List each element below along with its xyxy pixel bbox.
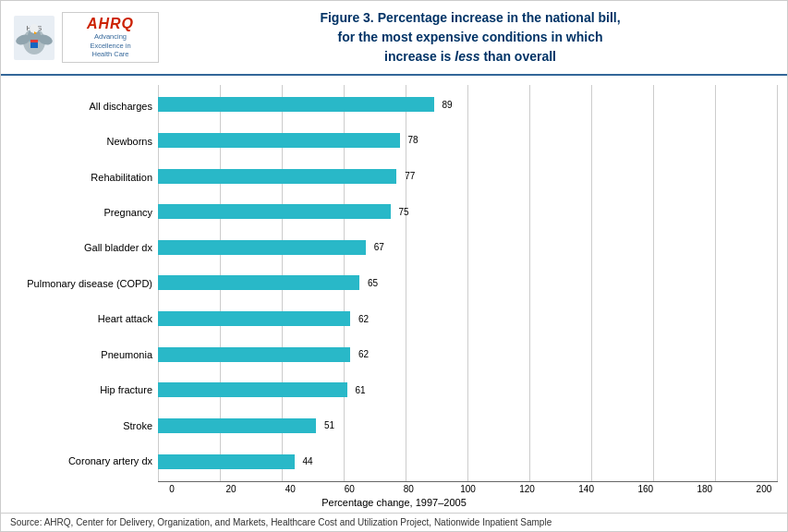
bar-row: 62 <box>158 309 778 328</box>
bar-row: 61 <box>158 381 778 399</box>
bar: 44 <box>158 454 295 469</box>
bar-value-label: 65 <box>368 278 378 288</box>
y-label: Gall bladder dx <box>84 238 152 259</box>
bar: 62 <box>158 347 350 362</box>
y-label: Pregnancy <box>103 203 152 224</box>
page-container: HHS AHRQ <box>0 0 788 532</box>
x-tick-label: 120 <box>514 484 541 494</box>
chart-inner: All dischargesNewbornsRehabilitationPreg… <box>10 85 778 481</box>
ahrq-title-text: AHRQ <box>87 16 134 32</box>
hhs-logo: HHS <box>12 14 56 62</box>
bar-value-label: 78 <box>408 135 418 145</box>
bar-row: 75 <box>158 202 778 221</box>
source-line: Source: AHRQ, Center for Delivery, Organ… <box>1 513 787 531</box>
ahrq-subtitle: Advancing Excellence in Health Care <box>90 32 130 59</box>
y-label: Stroke <box>123 416 152 436</box>
y-label: Heart attack <box>98 309 152 330</box>
x-tick-label: 180 <box>691 484 719 494</box>
x-ticks: 020406080100120140160180200 <box>158 481 778 494</box>
x-tick-label: 0 <box>158 484 186 494</box>
bar-rows: 8978777567656262615144 <box>158 85 778 481</box>
bar: 77 <box>158 169 396 184</box>
y-label: All discharges <box>90 96 152 116</box>
x-axis: 020406080100120140160180200 <box>158 481 778 494</box>
bar-row: 62 <box>158 345 778 364</box>
y-label: Coronary artery dx <box>68 452 152 472</box>
bar-row: 67 <box>158 238 778 257</box>
bar-row: 89 <box>158 95 778 114</box>
hhs-eagle-icon: HHS <box>14 16 55 60</box>
bar-value-label: 67 <box>374 242 384 252</box>
y-labels: All dischargesNewbornsRehabilitationPreg… <box>10 85 158 481</box>
x-tick-label: 160 <box>632 484 660 494</box>
x-tick-label: 80 <box>394 484 422 494</box>
header: HHS AHRQ <box>1 1 787 76</box>
bar: 62 <box>158 311 350 326</box>
x-tick-label: 60 <box>335 484 363 494</box>
bar-value-label: 62 <box>358 349 369 359</box>
bar-value-label: 75 <box>399 207 409 217</box>
logo-area: HHS AHRQ <box>12 12 164 63</box>
x-tick-label: 40 <box>276 484 304 494</box>
bar: 78 <box>158 133 400 148</box>
bar: 75 <box>158 204 391 219</box>
grid-and-bars: 8978777567656262615144 <box>158 85 778 481</box>
y-label: Hip fracture <box>100 381 152 401</box>
bar-value-label: 62 <box>358 314 369 324</box>
x-tick-label: 20 <box>217 484 245 494</box>
bar: 67 <box>158 240 366 255</box>
x-tick-label: 100 <box>454 484 481 494</box>
bar: 51 <box>158 418 316 433</box>
x-axis-title: Percentage change, 1997–2005 <box>10 497 778 508</box>
bar-value-label: 51 <box>324 420 334 430</box>
bar-value-label: 89 <box>442 100 452 110</box>
ahrq-box: AHRQ Advancing Excellence in Health Care <box>62 12 159 63</box>
x-tick-label: 200 <box>750 484 778 494</box>
bar-row: 51 <box>158 417 778 435</box>
bar: 89 <box>158 97 434 112</box>
y-label: Newborns <box>106 132 152 152</box>
bar: 61 <box>158 382 347 397</box>
bar-row: 77 <box>158 167 778 186</box>
bar: 65 <box>158 275 359 290</box>
bar-row: 78 <box>158 131 778 150</box>
bar-value-label: 77 <box>405 171 415 181</box>
bar-value-label: 44 <box>302 456 312 466</box>
bars-area: 8978777567656262615144 <box>158 85 778 481</box>
chart-title: Figure 3. Percentage increase in the nat… <box>164 8 776 66</box>
svg-rect-9 <box>30 40 38 42</box>
bar-row: 44 <box>158 453 778 471</box>
y-label: Pulmonary disease (COPD) <box>27 273 152 294</box>
bar-value-label: 61 <box>356 385 366 395</box>
y-label: Pneumonia <box>101 345 152 365</box>
bar-row: 65 <box>158 273 778 292</box>
y-label: Rehabilitation <box>91 167 152 187</box>
chart-container: All dischargesNewbornsRehabilitationPreg… <box>1 76 787 513</box>
x-tick-label: 140 <box>573 484 600 494</box>
